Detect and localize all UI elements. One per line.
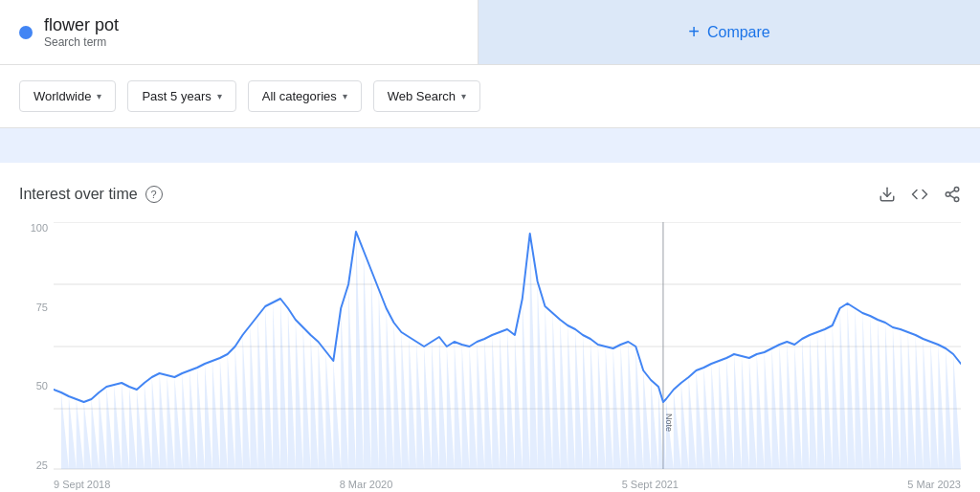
chart-svg: Note [54, 222, 961, 471]
time-filter-label: Past 5 years [142, 89, 211, 103]
category-chevron-icon: ▾ [343, 91, 347, 101]
filters-bar: Worldwide ▾ Past 5 years ▾ All categorie… [0, 65, 980, 128]
svg-line-5 [949, 190, 954, 193]
share-button[interactable] [944, 186, 961, 203]
geo-filter-label: Worldwide [33, 89, 91, 103]
y-label-100: 100 [19, 222, 54, 234]
y-label-75: 75 [19, 302, 54, 313]
compare-button[interactable]: + Compare [479, 0, 980, 64]
compare-label: Compare [707, 24, 770, 41]
x-label-3: 5 Sept 2021 [622, 479, 679, 490]
svg-line-4 [949, 195, 954, 198]
chart-actions [879, 186, 961, 203]
time-filter-button[interactable]: Past 5 years ▾ [127, 80, 235, 112]
interest-over-time-chart: 100 75 50 25 Note [19, 222, 961, 490]
chart-header: Interest over time ? [19, 186, 961, 203]
category-filter-button[interactable]: All categories ▾ [248, 80, 362, 112]
search-term-name: flower pot [44, 15, 119, 35]
compare-plus-icon: + [688, 21, 700, 43]
y-axis: 100 75 50 25 [19, 222, 54, 490]
y-label-25: 25 [19, 459, 54, 471]
search-term-box: flower pot Search term [0, 0, 479, 64]
geo-filter-button[interactable]: Worldwide ▾ [19, 80, 116, 112]
download-button[interactable] [879, 186, 896, 203]
help-icon[interactable]: ? [145, 186, 163, 203]
time-chevron-icon: ▾ [217, 91, 222, 101]
x-label-4: 5 Mar 2023 [907, 479, 961, 490]
embed-code-button[interactable] [911, 186, 928, 203]
chart-title-group: Interest over time ? [19, 186, 163, 203]
x-label-1: 9 Sept 2018 [54, 479, 110, 490]
search-type-chevron-icon: ▾ [461, 91, 466, 101]
category-filter-label: All categories [262, 89, 337, 103]
chart-svg-area: Note [54, 222, 961, 471]
search-type-filter-label: Web Search [388, 89, 456, 103]
chart-title: Interest over time [19, 186, 138, 203]
top-bar: flower pot Search term + Compare [0, 0, 980, 65]
x-axis: 9 Sept 2018 8 Mar 2020 5 Sept 2021 5 Mar… [54, 471, 961, 490]
search-term-text: flower pot Search term [44, 15, 119, 49]
search-term-label: Search term [44, 35, 119, 49]
geo-chevron-icon: ▾ [97, 91, 101, 101]
x-label-2: 8 Mar 2020 [340, 479, 393, 490]
blue-banner [0, 128, 980, 163]
trend-area [54, 232, 961, 469]
y-label-50: 50 [19, 380, 54, 391]
search-type-filter-button[interactable]: Web Search ▾ [373, 80, 480, 112]
chart-section: Interest over time ? [0, 163, 980, 492]
search-dot-icon [19, 26, 33, 39]
